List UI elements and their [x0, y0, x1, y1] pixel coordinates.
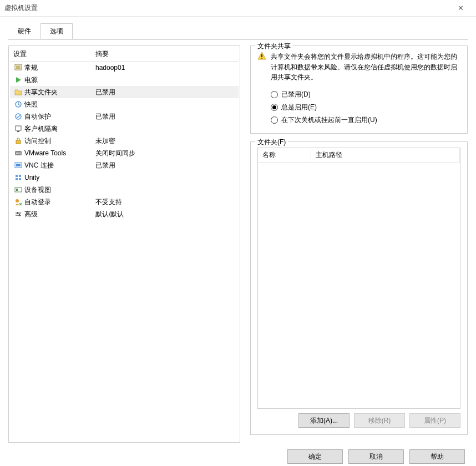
list-item-summary: 关闭时间同步	[95, 149, 235, 158]
list-item-advanced[interactable]: 高级 默认/默认	[10, 208, 239, 220]
folders-table-header: 名称 主机路径	[258, 148, 460, 163]
folder-sharing-legend: 文件夹共享	[255, 42, 293, 51]
list-item-label: 访问控制	[24, 136, 95, 146]
svg-rect-22	[19, 214, 20, 216]
list-item-device-view[interactable]: 设备视图	[10, 184, 239, 196]
tab-divider	[8, 39, 468, 40]
ok-button[interactable]: 确定	[287, 449, 343, 464]
radio-icon	[271, 104, 278, 111]
list-item-snapshots[interactable]: 快照	[10, 98, 239, 110]
content-area: 设置 摘要 常规 hadoop01 电源 共享文件夹 已禁用 快照 自动保护 已…	[0, 39, 476, 443]
list-item-label: 自动保护	[24, 112, 95, 121]
sharing-radio-group: 已禁用(D) 总是启用(E) 在下次关机或挂起前一直启用(U)	[271, 88, 460, 126]
svg-rect-12	[16, 175, 18, 177]
svg-marker-2	[16, 77, 21, 83]
advanced-icon	[13, 210, 23, 219]
list-item-summary: 已禁用	[95, 161, 235, 170]
list-item-access-control[interactable]: 访问控制 未加密	[10, 135, 239, 147]
help-button[interactable]: 帮助	[409, 449, 465, 464]
svg-rect-20	[16, 215, 21, 216]
list-item-label: 自动登录	[24, 197, 95, 207]
list-item-summary: 默认/默认	[95, 210, 235, 219]
list-item-autoprotect[interactable]: 自动保护 已禁用	[10, 110, 239, 123]
svg-rect-21	[17, 212, 18, 214]
warning-icon	[257, 52, 266, 60]
svg-rect-13	[19, 175, 21, 177]
folders-header-name[interactable]: 名称	[258, 148, 311, 162]
list-item-power[interactable]: 电源	[10, 74, 239, 86]
list-item-guest-isolation[interactable]: 客户机隔离	[10, 123, 239, 135]
radio-disabled[interactable]: 已禁用(D)	[271, 88, 460, 101]
svg-rect-15	[19, 178, 21, 180]
header-setting: 设置	[13, 49, 95, 59]
radio-icon	[271, 116, 278, 124]
radio-until-poweroff[interactable]: 在下次关机或挂起前一直启用(U)	[271, 114, 460, 126]
list-item-summary: 未加密	[95, 136, 235, 146]
list-item-label: VMware Tools	[24, 149, 95, 157]
list-item-label: 常规	[24, 63, 95, 73]
svg-rect-5	[16, 126, 21, 130]
folders-table[interactable]: 名称 主机路径	[257, 148, 460, 409]
folders-header-path[interactable]: 主机路径	[311, 148, 460, 162]
list-item-label: VNC 连接	[24, 161, 95, 170]
settings-list: 设置 摘要 常规 hadoop01 电源 共享文件夹 已禁用 快照 自动保护 已…	[8, 45, 240, 443]
list-item-summary: hadoop01	[95, 64, 235, 72]
cancel-button[interactable]: 取消	[348, 449, 404, 464]
radio-label: 已禁用(D)	[281, 90, 311, 99]
list-item-label: 设备视图	[24, 185, 95, 195]
folder-properties-button: 属性(P)	[409, 413, 460, 428]
list-item-label: 客户机隔离	[24, 124, 95, 134]
svg-text:vm: vm	[16, 151, 21, 155]
svg-rect-14	[16, 178, 18, 180]
svg-rect-7	[16, 140, 21, 144]
tab-options[interactable]: 选项	[40, 23, 73, 39]
folders-legend: 文件夹(F)	[255, 138, 288, 147]
list-item-label: Unity	[24, 174, 95, 181]
window-title: 虚拟机设置	[4, 3, 449, 13]
list-item-unity[interactable]: Unity	[10, 171, 239, 184]
list-item-label: 快照	[24, 100, 95, 109]
right-panel: 文件夹共享 共享文件夹会将您的文件显示给虚拟机中的程序。这可能为您的计算机和数据…	[250, 45, 468, 443]
tab-hardware[interactable]: 硬件	[8, 23, 40, 39]
general-icon	[13, 63, 23, 72]
header-summary: 摘要	[95, 49, 235, 59]
list-item-summary: 已禁用	[95, 88, 235, 97]
list-item-vnc[interactable]: VNC 连接 已禁用	[10, 159, 239, 171]
vmware-tools-icon: vm	[13, 149, 23, 158]
svg-rect-6	[17, 131, 19, 132]
shared-folders-icon	[13, 88, 23, 97]
remove-folder-button: 移除(R)	[354, 413, 405, 428]
snapshot-icon	[13, 100, 23, 109]
tab-strip: 硬件 选项	[0, 17, 476, 39]
vnc-icon	[13, 161, 23, 170]
dialog-buttons: 确定 取消 帮助	[0, 443, 476, 466]
list-item-shared-folders[interactable]: 共享文件夹 已禁用	[10, 86, 239, 98]
folders-fieldset: 文件夹(F) 名称 主机路径 添加(A)... 移除(R) 属性(P)	[250, 141, 468, 435]
list-item-summary: 不受支持	[95, 197, 235, 207]
titlebar: 虚拟机设置 ✕	[0, 0, 476, 17]
radio-icon	[271, 91, 278, 98]
radio-always-enabled[interactable]: 总是启用(E)	[271, 101, 460, 114]
access-control-icon	[13, 136, 23, 145]
add-folder-button[interactable]: 添加(A)...	[298, 413, 350, 428]
list-item-label: 高级	[24, 210, 95, 219]
radio-label: 在下次关机或挂起前一直启用(U)	[281, 115, 377, 125]
autoprotect-icon	[13, 112, 23, 121]
list-item-label: 共享文件夹	[24, 88, 95, 97]
warning-text: 共享文件夹会将您的文件显示给虚拟机中的程序。这可能为您的计算机和数据带来风险。请…	[271, 52, 460, 83]
svg-rect-24	[261, 54, 262, 57]
close-button[interactable]: ✕	[449, 4, 472, 12]
svg-point-18	[16, 199, 19, 202]
svg-rect-1	[16, 65, 21, 69]
guest-isolation-icon	[13, 124, 23, 133]
list-item-general[interactable]: 常规 hadoop01	[10, 62, 239, 74]
radio-label: 总是启用(E)	[281, 103, 317, 112]
list-item-autologon[interactable]: 自动登录 不受支持	[10, 196, 239, 208]
folder-sharing-fieldset: 文件夹共享 共享文件夹会将您的文件显示给虚拟机中的程序。这可能为您的计算机和数据…	[250, 45, 468, 134]
list-item-vmware-tools[interactable]: vm VMware Tools 关闭时间同步	[10, 147, 239, 159]
svg-rect-16	[15, 188, 22, 192]
svg-rect-17	[16, 189, 18, 191]
unity-icon	[13, 173, 23, 182]
svg-point-4	[16, 114, 21, 119]
list-item-summary: 已禁用	[95, 112, 235, 121]
